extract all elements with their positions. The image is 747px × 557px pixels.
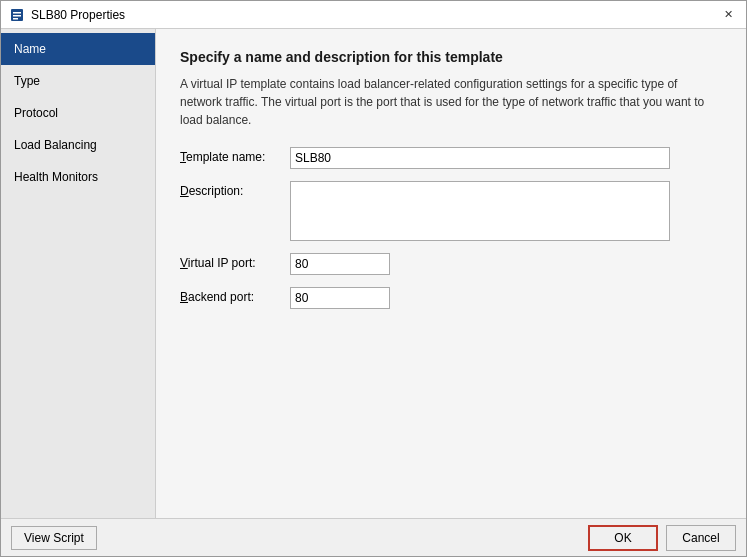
template-name-input[interactable] xyxy=(290,147,670,169)
svg-rect-2 xyxy=(13,15,21,17)
sidebar-item-protocol[interactable]: Protocol xyxy=(1,97,155,129)
sidebar-item-name[interactable]: Name xyxy=(1,33,155,65)
sidebar: Name Type Protocol Load Balancing Health… xyxy=(1,29,156,518)
description-label: Description: xyxy=(180,181,290,198)
template-name-label: Template name: xyxy=(180,147,290,164)
backend-port-input[interactable] xyxy=(290,287,390,309)
title-bar-left: SLB80 Properties xyxy=(9,7,125,23)
window-icon xyxy=(9,7,25,23)
window-body: Name Type Protocol Load Balancing Health… xyxy=(1,29,746,518)
description-text: A virtual IP template contains load bala… xyxy=(180,75,722,129)
virtual-ip-port-label: Virtual IP port: xyxy=(180,253,290,270)
svg-rect-1 xyxy=(13,12,21,14)
title-bar: SLB80 Properties ✕ xyxy=(1,1,746,29)
description-input[interactable] xyxy=(290,181,670,241)
properties-window: SLB80 Properties ✕ Name Type Protocol Lo… xyxy=(0,0,747,557)
main-content: Specify a name and description for this … xyxy=(156,29,746,518)
sidebar-item-type[interactable]: Type xyxy=(1,65,155,97)
main-title: Specify a name and description for this … xyxy=(180,49,722,65)
bottom-right-buttons: OK Cancel xyxy=(588,525,736,551)
view-script-button[interactable]: View Script xyxy=(11,526,97,550)
sidebar-item-health-monitors[interactable]: Health Monitors xyxy=(1,161,155,193)
close-button[interactable]: ✕ xyxy=(718,5,738,25)
title-bar-controls: ✕ xyxy=(718,5,738,25)
sidebar-item-load-balancing[interactable]: Load Balancing xyxy=(1,129,155,161)
bottom-bar: View Script OK Cancel xyxy=(1,518,746,556)
description-row: Description: xyxy=(180,181,722,241)
template-name-row: Template name: xyxy=(180,147,722,169)
svg-rect-3 xyxy=(13,18,18,20)
backend-port-row: Backend port: xyxy=(180,287,722,309)
backend-port-label: Backend port: xyxy=(180,287,290,304)
virtual-ip-port-input[interactable] xyxy=(290,253,390,275)
window-title: SLB80 Properties xyxy=(31,8,125,22)
ok-button[interactable]: OK xyxy=(588,525,658,551)
virtual-ip-port-row: Virtual IP port: xyxy=(180,253,722,275)
cancel-button[interactable]: Cancel xyxy=(666,525,736,551)
